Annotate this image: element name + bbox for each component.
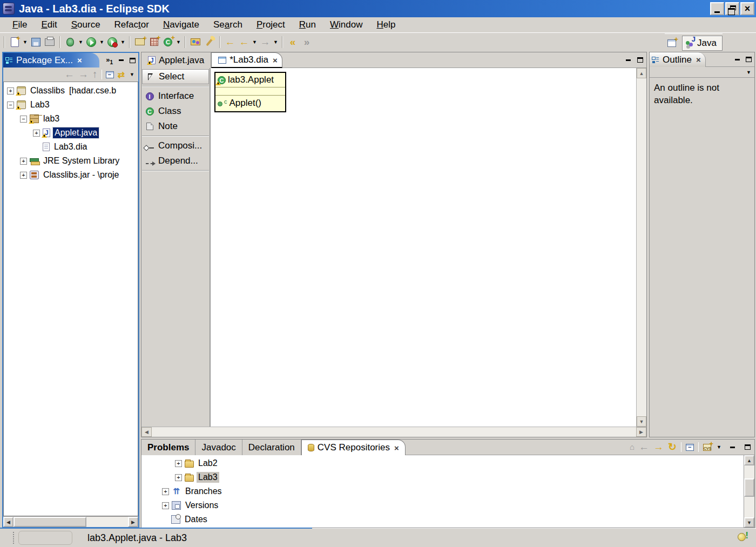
new-type-dropdown[interactable]: ▼ bbox=[175, 39, 182, 45]
view-stack-indicator[interactable]: »1 bbox=[106, 56, 113, 65]
palette-interface-tool[interactable]: I Interface bbox=[142, 89, 209, 104]
palette-select-tool[interactable]: Select bbox=[142, 69, 209, 84]
expander-icon[interactable]: + bbox=[7, 87, 14, 94]
new-project-button[interactable] bbox=[133, 35, 147, 49]
menu-help[interactable]: Help bbox=[369, 18, 402, 32]
add-cvs-repository-icon[interactable] bbox=[703, 444, 711, 451]
scroll-right-icon[interactable]: ▶ bbox=[128, 517, 138, 527]
notification-icon[interactable] bbox=[738, 532, 750, 542]
uml-method-row[interactable]: c Applet() bbox=[215, 96, 285, 111]
menu-refactor[interactable]: Refactor bbox=[107, 18, 156, 32]
expander-icon[interactable]: − bbox=[20, 116, 27, 123]
forward-icon[interactable]: → bbox=[653, 442, 664, 452]
bottom-vscrollbar[interactable]: ▲ ▼ bbox=[744, 455, 754, 528]
palette-composition-tool[interactable]: Composi... bbox=[142, 138, 209, 153]
open-perspective-button[interactable] bbox=[665, 36, 679, 50]
back-history-icon[interactable]: ← bbox=[64, 70, 75, 79]
forward-dropdown[interactable]: ▼ bbox=[272, 39, 279, 45]
maximize-view-button[interactable] bbox=[743, 55, 754, 64]
save-button[interactable] bbox=[29, 35, 43, 49]
statusbar-grip[interactable] bbox=[13, 532, 17, 544]
perspective-java-button[interactable]: Java bbox=[682, 36, 723, 51]
expander-icon[interactable]: + bbox=[33, 130, 40, 137]
link-with-editor-icon[interactable]: ⇄ bbox=[118, 70, 125, 80]
tree-row-dates[interactable]: Dates bbox=[141, 512, 744, 526]
last-edit-location-button[interactable]: ← bbox=[223, 35, 237, 49]
new-class-button[interactable]: C bbox=[161, 35, 175, 49]
refresh-icon[interactable]: ↻ bbox=[668, 442, 677, 452]
palette-class-tool[interactable]: C Class bbox=[142, 104, 209, 119]
close-button[interactable]: × bbox=[740, 2, 754, 15]
collapse-all-icon[interactable] bbox=[106, 71, 114, 78]
tab-lab3-dia[interactable]: *Lab3.dia × bbox=[211, 52, 282, 68]
tree-row-branches[interactable]: + ⇈ Branches bbox=[141, 484, 744, 498]
menu-window[interactable]: Window bbox=[323, 18, 369, 32]
tab-javadoc[interactable]: Javadoc bbox=[195, 440, 242, 455]
palette-note-tool[interactable]: Note bbox=[142, 119, 209, 134]
expander-icon[interactable]: + bbox=[175, 474, 182, 481]
palette-dependency-tool[interactable]: Depend... bbox=[142, 153, 209, 168]
scroll-right-icon[interactable]: ▶ bbox=[636, 427, 646, 437]
view-menu-dropdown[interactable]: ▼ bbox=[129, 72, 136, 77]
next-annotation-button[interactable]: » bbox=[300, 35, 314, 49]
menu-edit[interactable]: Edit bbox=[34, 18, 64, 32]
view-menu-dropdown[interactable]: ▼ bbox=[745, 70, 752, 75]
scroll-down-icon[interactable]: ▼ bbox=[744, 517, 754, 528]
close-view-icon[interactable]: × bbox=[696, 55, 701, 64]
tab-declaration[interactable]: Declaration bbox=[242, 440, 301, 455]
search-button[interactable] bbox=[202, 35, 217, 49]
run-button[interactable] bbox=[84, 35, 98, 49]
tab-cvs-repositories[interactable]: CVS Repositories × bbox=[301, 440, 406, 455]
close-tab-icon[interactable]: × bbox=[394, 443, 399, 453]
expander-icon[interactable]: − bbox=[7, 102, 14, 109]
open-type-button[interactable] bbox=[188, 35, 202, 49]
editor-vscrollbar[interactable]: ▲ ▼ bbox=[636, 68, 646, 427]
forward-button[interactable]: → bbox=[258, 35, 272, 49]
maximize-editor-button[interactable] bbox=[634, 55, 645, 65]
restore-button[interactable] bbox=[725, 2, 739, 15]
back-dropdown[interactable]: ▼ bbox=[251, 39, 258, 45]
uml-class-box[interactable]: C lab3.Applet c Applet() bbox=[214, 72, 286, 112]
new-dropdown[interactable]: ▼ bbox=[22, 39, 29, 45]
scrollbar-thumb[interactable] bbox=[14, 517, 86, 527]
expander-icon[interactable]: + bbox=[162, 502, 169, 509]
tree-row-classlibs-jar[interactable]: + Classlibs.jar - \proje bbox=[4, 168, 138, 182]
expander-icon[interactable]: + bbox=[20, 158, 27, 165]
up-icon[interactable]: ↑ bbox=[92, 70, 98, 79]
debug-dropdown[interactable]: ▼ bbox=[77, 39, 84, 45]
run-dropdown[interactable]: ▼ bbox=[98, 39, 105, 45]
new-package-button[interactable] bbox=[147, 35, 161, 49]
expander-icon[interactable]: + bbox=[20, 172, 27, 179]
tree-row-lab3-package[interactable]: − lab3 bbox=[4, 112, 138, 126]
scroll-left-icon[interactable]: ◀ bbox=[3, 517, 14, 527]
diagram-canvas[interactable]: C lab3.Applet c Applet() bbox=[211, 68, 636, 427]
package-explorer-hscrollbar[interactable]: ◀ ▶ bbox=[3, 516, 138, 527]
view-menu-dropdown[interactable]: ▼ bbox=[716, 444, 723, 450]
expander-icon[interactable]: + bbox=[175, 460, 182, 467]
scroll-left-icon[interactable]: ◀ bbox=[141, 427, 152, 437]
scroll-up-icon[interactable]: ▲ bbox=[744, 455, 754, 465]
minimize-view-button[interactable] bbox=[732, 55, 742, 64]
minimize-editor-button[interactable] bbox=[623, 55, 633, 65]
collapse-all-icon[interactable] bbox=[686, 444, 694, 451]
minimize-button[interactable] bbox=[710, 2, 724, 15]
back-button[interactable]: ← bbox=[237, 35, 251, 49]
tree-row-classlibs[interactable]: + Classlibs [hadar.cse.b bbox=[4, 84, 138, 98]
close-view-icon[interactable]: × bbox=[77, 56, 82, 65]
scroll-down-icon[interactable]: ▼ bbox=[637, 416, 646, 427]
home-icon[interactable]: ⌂ bbox=[630, 442, 634, 452]
minimize-view-button[interactable] bbox=[727, 442, 738, 452]
titlebar[interactable]: Java - Lab3.dia - Eclipse SDK × bbox=[0, 0, 756, 17]
tree-row-lab3-project[interactable]: − Lab3 bbox=[4, 98, 138, 112]
tree-row-lab2[interactable]: + Lab2 bbox=[141, 456, 744, 470]
menu-file[interactable]: File bbox=[5, 18, 34, 32]
external-tools-dropdown[interactable]: ▼ bbox=[119, 39, 126, 45]
tree-row-jre-library[interactable]: + JRE System Library bbox=[4, 154, 138, 168]
debug-button[interactable] bbox=[63, 35, 77, 49]
menu-run[interactable]: Run bbox=[292, 18, 323, 32]
editor-hscrollbar[interactable]: ◀ ▶ bbox=[141, 427, 646, 437]
tab-applet-java[interactable]: Applet.java bbox=[141, 52, 211, 68]
forward-history-icon[interactable]: → bbox=[78, 70, 89, 79]
tree-row-applet-java[interactable]: + Applet.java bbox=[4, 126, 138, 140]
minimize-view-button[interactable] bbox=[116, 56, 126, 65]
